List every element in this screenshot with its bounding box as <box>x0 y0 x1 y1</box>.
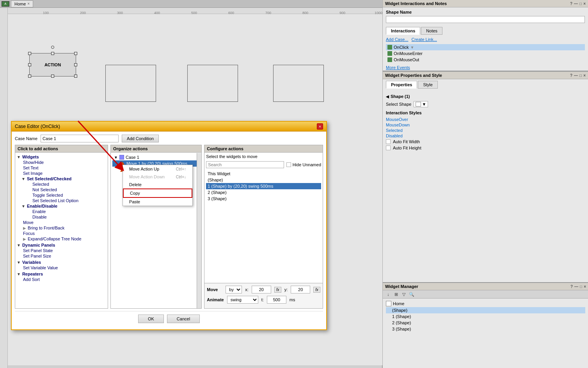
wi-minimize-icon[interactable]: — <box>574 2 578 6</box>
x-fx-button[interactable]: fx <box>274 287 281 293</box>
wm-grid-icon[interactable]: ⊞ <box>393 291 399 297</box>
wi-question-icon[interactable]: ? <box>570 2 572 6</box>
style-disabled[interactable]: Disabled <box>386 133 585 139</box>
tab-interactions[interactable]: Interactions <box>386 27 420 35</box>
case-name-input[interactable] <box>41 135 119 142</box>
y-fx-button[interactable]: fx <box>313 287 320 293</box>
style-mouseover[interactable]: MouseOver <box>386 117 585 122</box>
event-onmouseout[interactable]: OnMouseOut <box>386 57 585 63</box>
wi-close-icon[interactable]: × <box>583 2 586 6</box>
wm-search-icon[interactable]: 🔍 <box>409 291 415 297</box>
ok-button[interactable]: OK <box>138 315 164 323</box>
shape-name-input[interactable] <box>386 16 585 23</box>
ctx-move-down-shortcut: Ctrl+↓ <box>176 175 186 179</box>
wp-close-icon[interactable]: × <box>583 73 586 78</box>
widgets-group-title[interactable]: ▼ Widgets <box>17 154 106 160</box>
tree-item-selected[interactable]: Selected <box>21 181 106 187</box>
ctx-delete[interactable]: Delete <box>123 181 192 188</box>
organize-scrollbar[interactable] <box>197 153 201 308</box>
tree-item-set-panel-size[interactable]: Set Panel Size <box>17 253 106 259</box>
wp-question-icon[interactable]: ? <box>570 73 572 78</box>
auto-fit-width-checkbox[interactable] <box>386 139 391 144</box>
widget-shape[interactable]: (Shape) <box>206 177 321 183</box>
wm-maximize-icon[interactable]: □ <box>580 284 582 289</box>
tree-item-toggle-selected[interactable]: Toggle Selected <box>21 192 106 198</box>
tab-style[interactable]: Style <box>418 81 437 89</box>
case-node[interactable]: ▼ Case 1 <box>112 154 200 160</box>
ctx-move-down-label: Move Action Down <box>129 174 165 179</box>
style-selected[interactable]: Selected <box>386 128 585 133</box>
style-mousedown[interactable]: MouseDown <box>386 122 585 128</box>
search-input[interactable] <box>206 161 284 168</box>
dialog-main: Click to add actions ▼ Widgets Show/Hide… <box>15 145 323 309</box>
add-case-link[interactable]: Add Case... <box>386 37 408 42</box>
wm-question-icon[interactable]: ? <box>570 284 573 289</box>
y-input[interactable] <box>291 286 310 293</box>
set-selected-subgroup: ▼ Set Selected/Checked Selected Not Sele… <box>17 176 106 203</box>
dynamic-panels-group: ▼ Dynamic Panels Set Panel State Set Pan… <box>17 242 106 259</box>
hide-unnamed-checkbox[interactable] <box>286 162 291 167</box>
ctx-move-up[interactable]: Move Action Up Ctrl+↑ <box>123 165 192 173</box>
move-by-select[interactable]: by to <box>226 286 242 293</box>
wp-maximize-icon[interactable]: □ <box>579 73 582 78</box>
x-input[interactable] <box>252 286 271 293</box>
more-events[interactable]: More Events <box>383 64 588 71</box>
wm-shape-item[interactable]: (Shape) <box>386 307 585 313</box>
tree-item-expand-collapse[interactable]: ▶ Expand/Collapse Tree Node <box>17 236 106 242</box>
ctx-paste[interactable]: Paste <box>123 198 192 206</box>
wm-tree: Home (Shape) 1 (Shape) 2 (Shape) 3 (Shap… <box>383 299 588 334</box>
set-selected-title[interactable]: ▼ Set Selected/Checked <box>21 176 106 181</box>
tree-item-enable[interactable]: Enable <box>21 209 106 214</box>
wm-minimize-icon[interactable]: — <box>574 284 578 289</box>
auto-fit-height-checkbox[interactable] <box>386 146 391 150</box>
widget-1-shape[interactable]: 1 (Shape) by (20,20) swing 500ms <box>206 183 321 189</box>
tree-item-move[interactable]: Move <box>17 220 106 225</box>
tree-item-set-text[interactable]: Set Text <box>17 165 106 171</box>
wm-3-shape-item[interactable]: 3 (Shape) <box>386 326 585 332</box>
t-input[interactable] <box>267 296 286 304</box>
shape-name-section: Shape Name <box>383 7 588 25</box>
tree-item-disable[interactable]: Disable <box>21 214 106 220</box>
tree-item-set-panel-state[interactable]: Set Panel State <box>17 248 106 253</box>
enable-disable-title[interactable]: ▼ Enable/Disable <box>21 203 106 209</box>
tab-notes[interactable]: Notes <box>421 27 442 35</box>
dynamic-panels-title[interactable]: ▼ Dynamic Panels <box>17 242 106 248</box>
tree-item-not-selected[interactable]: Not Selected <box>21 187 106 192</box>
tree-item-set-image[interactable]: Set Image <box>17 171 106 176</box>
tab-properties[interactable]: Properties <box>386 81 417 89</box>
widget-3-shape[interactable]: 3 (Shape) <box>206 196 321 202</box>
widgets-label: Widgets <box>22 155 39 159</box>
event-onmouseenter[interactable]: OnMouseEnter <box>386 50 585 57</box>
tree-item-bring-front-back[interactable]: ▶ Bring to Front/Back <box>17 225 106 231</box>
shape-select[interactable]: ▼ <box>414 101 428 107</box>
wi-panel: Widget Interactions and Notes ? — □ × Sh… <box>383 0 588 71</box>
widget-this[interactable]: This Widget <box>206 171 321 177</box>
tree-item-focus[interactable]: Focus <box>17 231 106 236</box>
ctx-move-down[interactable]: Move Action Down Ctrl+↓ <box>123 173 192 181</box>
wm-home-item[interactable]: Home <box>386 300 585 307</box>
auto-fit-width-row: Auto Fit Width <box>386 139 585 145</box>
repeaters-title[interactable]: ▼ Repeaters <box>17 271 106 277</box>
wp-minimize-icon[interactable]: — <box>574 73 578 78</box>
ctx-delete-label: Delete <box>129 182 142 187</box>
ctx-copy[interactable]: Copy <box>123 188 192 198</box>
wi-maximize-icon[interactable]: □ <box>579 2 582 6</box>
wm-1-shape-item[interactable]: 1 (Shape) <box>386 313 585 320</box>
ctx-paste-label: Paste <box>129 199 140 204</box>
event-onclick[interactable]: OnClick ▼ <box>386 44 585 50</box>
animate-select[interactable]: swing linear ease <box>227 296 258 304</box>
tree-item-add-sort[interactable]: Add Sort <box>17 277 106 282</box>
wm-down-icon[interactable]: ↓ <box>385 291 391 297</box>
tree-item-show-hide[interactable]: Show/Hide <box>17 160 106 165</box>
wm-2-shape-item[interactable]: 2 (Shape) <box>386 320 585 326</box>
wm-close-icon[interactable]: × <box>584 284 586 289</box>
tree-item-set-variable[interactable]: Set Variable Value <box>17 265 106 270</box>
wm-filter-icon[interactable]: ▽ <box>401 291 407 297</box>
widget-2-shape[interactable]: 2 (Shape) <box>206 189 321 196</box>
variables-title[interactable]: ▼ Variables <box>17 260 106 265</box>
tree-item-set-selected-list[interactable]: Set Selected List Option <box>21 198 106 203</box>
cancel-button[interactable]: Cancel <box>167 315 200 323</box>
add-condition-button[interactable]: Add Condition <box>122 135 159 142</box>
actions-scrollbar[interactable] <box>322 122 326 329</box>
create-link-link[interactable]: Create Link... <box>411 37 437 42</box>
